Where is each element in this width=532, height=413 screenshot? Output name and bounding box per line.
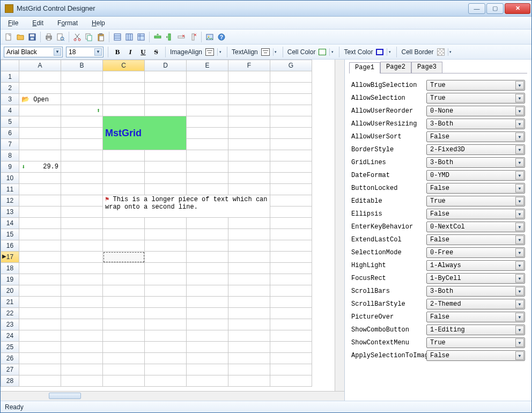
cell[interactable] [270, 195, 312, 206]
cell[interactable] [187, 297, 228, 308]
chevron-down-icon[interactable]: ▼ [515, 248, 524, 257]
cell[interactable] [187, 128, 228, 139]
chevron-down-icon[interactable]: ▼ [515, 184, 524, 193]
col-header-d[interactable]: D [145, 60, 187, 71]
cell[interactable] [187, 353, 228, 364]
cell[interactable] [270, 240, 312, 252]
cell[interactable] [103, 274, 145, 285]
cell[interactable] [61, 342, 103, 353]
cell[interactable] [19, 252, 61, 263]
cell[interactable] [228, 83, 270, 94]
picture-icon[interactable] [205, 32, 215, 42]
cell[interactable] [61, 229, 103, 240]
cell[interactable] [270, 252, 312, 263]
cell[interactable] [61, 353, 103, 364]
cell[interactable] [270, 161, 312, 173]
row-header[interactable]: 3 [1, 94, 19, 105]
text-align-dropdown[interactable]: ▾ [273, 48, 278, 56]
menu-edit[interactable]: Edit [29, 18, 47, 28]
cell[interactable] [228, 71, 270, 83]
print-icon[interactable] [44, 32, 54, 42]
cell[interactable] [270, 353, 312, 364]
cell[interactable] [61, 364, 103, 375]
row-header[interactable]: 27 [1, 364, 19, 375]
insert-row-icon[interactable] [153, 32, 162, 42]
col-header-a[interactable]: A [19, 60, 61, 71]
row-header[interactable]: 18 [1, 263, 19, 274]
col-header-b[interactable]: B [61, 60, 103, 71]
row-header[interactable]: 14 [1, 218, 19, 229]
chevron-down-icon[interactable]: ▼ [94, 48, 102, 56]
row-header[interactable]: ▶17 [1, 252, 19, 263]
cell[interactable] [228, 263, 270, 274]
chevron-down-icon[interactable]: ▼ [515, 171, 524, 180]
cell[interactable] [19, 139, 61, 150]
property-combo[interactable]: True▼ [426, 337, 525, 348]
cell[interactable] [19, 274, 61, 285]
cell[interactable] [19, 342, 61, 353]
chevron-down-icon[interactable]: ▼ [515, 145, 524, 154]
cell[interactable] [61, 297, 103, 308]
italic-button[interactable]: I [125, 47, 135, 57]
cell-color-dropdown[interactable]: ▾ [329, 48, 335, 56]
vertical-scrollbar[interactable] [335, 60, 344, 391]
property-combo[interactable]: 1-ByCell▼ [426, 273, 525, 284]
cell[interactable] [270, 206, 312, 218]
cell[interactable] [61, 252, 103, 263]
cell[interactable] [61, 150, 103, 161]
maximize-button[interactable]: ▢ [486, 3, 504, 14]
cell[interactable] [270, 342, 312, 353]
cell[interactable] [145, 308, 187, 319]
cell[interactable] [19, 297, 61, 308]
cell[interactable]: 📂 Open [19, 94, 61, 105]
close-button[interactable]: ✕ [505, 3, 530, 14]
cell[interactable] [228, 184, 270, 195]
cell[interactable] [61, 240, 103, 252]
cell[interactable] [19, 375, 61, 387]
row-header[interactable]: 25 [1, 342, 19, 353]
cell-border-swatch[interactable] [437, 48, 445, 56]
property-combo[interactable]: False▼ [426, 183, 525, 194]
cell[interactable] [228, 285, 270, 297]
cell[interactable] [103, 150, 145, 161]
open-icon[interactable] [16, 32, 25, 42]
grid3-icon[interactable] [136, 32, 146, 42]
cell[interactable] [270, 128, 312, 139]
scrollbar-thumb[interactable] [49, 393, 81, 399]
cut-icon[interactable] [72, 32, 82, 42]
cell[interactable] [228, 353, 270, 364]
cell[interactable] [228, 274, 270, 285]
property-combo[interactable]: 1-Editing▼ [426, 324, 525, 335]
chevron-down-icon[interactable]: ▼ [515, 287, 524, 296]
cell[interactable] [228, 342, 270, 353]
cell[interactable] [103, 240, 145, 252]
cell[interactable] [187, 139, 228, 150]
spreadsheet-grid[interactable]: ABCDEFG123📂 Open4⬆5MstGrid6789⬇29.910111… [1, 60, 344, 391]
help-icon[interactable]: ? [217, 32, 226, 42]
text-color-dropdown[interactable]: ▾ [387, 48, 392, 56]
chevron-down-icon[interactable]: ▼ [515, 313, 524, 321]
chevron-down-icon[interactable]: ▼ [515, 158, 524, 167]
cell[interactable] [61, 116, 103, 128]
delete-row-icon[interactable] [176, 32, 186, 42]
cell[interactable] [103, 364, 145, 375]
cell[interactable] [270, 375, 312, 387]
cell[interactable] [19, 364, 61, 375]
horizontal-scrollbar[interactable] [1, 391, 344, 401]
row-header[interactable]: 16 [1, 240, 19, 252]
row-header[interactable]: 21 [1, 297, 19, 308]
row-header[interactable]: 15 [1, 229, 19, 240]
cell[interactable] [187, 274, 228, 285]
chevron-down-icon[interactable]: ▼ [515, 120, 524, 128]
cell[interactable] [61, 184, 103, 195]
cell-border-dropdown[interactable]: ▾ [448, 48, 453, 56]
cell[interactable] [228, 173, 270, 184]
copy-icon[interactable] [84, 32, 94, 42]
property-combo[interactable]: 3-Both▼ [426, 119, 525, 129]
cell[interactable] [61, 319, 103, 330]
cell[interactable] [19, 330, 61, 342]
cell[interactable] [228, 297, 270, 308]
cell[interactable] [187, 229, 228, 240]
row-header[interactable]: 12 [1, 195, 19, 206]
row-header[interactable]: 2 [1, 83, 19, 94]
